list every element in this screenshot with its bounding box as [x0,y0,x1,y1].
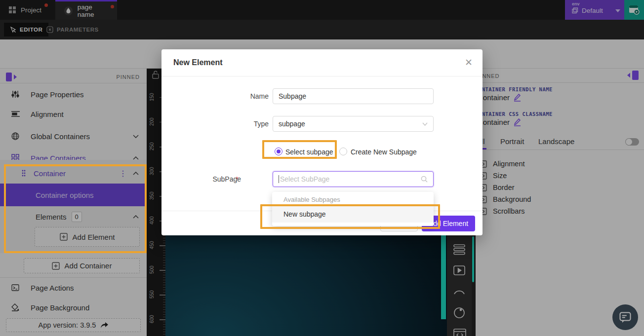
subpage-search-input[interactable]: Select SubPage [273,171,434,187]
modal-title: New Element [173,58,223,67]
type-select[interactable]: subpage [273,116,434,132]
dropdown-group-header: Available Subpages [283,196,340,203]
subpage-placeholder: Select SubPage [279,175,329,183]
annotation-select-subpage-radio [262,140,337,159]
name-input[interactable]: Subpage [273,88,434,104]
magnifier-icon [421,176,428,183]
close-icon[interactable]: ✕ [465,57,473,68]
chevron-down-icon [422,122,428,126]
type-value: subpage [279,120,305,128]
subpage-label: SubPage [201,175,241,183]
name-label: Name [229,92,269,100]
annotation-new-subpage-option [260,204,440,229]
annotation-container-section [4,164,147,253]
name-value: Subpage [279,92,306,100]
radio-create-new-subpage-label: Create New Subpage [351,148,417,156]
radio-create-new-subpage[interactable] [339,148,347,155]
type-label: Type [229,120,269,128]
